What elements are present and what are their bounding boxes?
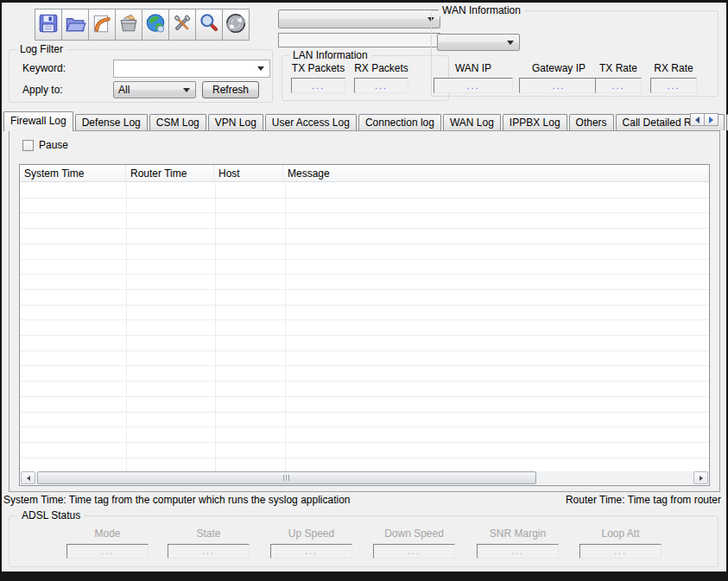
adsl-snr-margin-value: ... bbox=[511, 546, 524, 556]
adsl-mode-label: Mode bbox=[66, 527, 149, 540]
tab-ippbx-log[interactable]: IPPBX Log bbox=[503, 114, 567, 130]
log-table-body bbox=[20, 183, 709, 471]
tab-connection-log[interactable]: Connection log bbox=[358, 114, 441, 130]
save-icon bbox=[37, 12, 60, 37]
apply-to-label: Apply to: bbox=[22, 84, 63, 96]
adsl-up-speed-value: ... bbox=[305, 546, 318, 556]
tab-label: Firewall Log bbox=[10, 115, 66, 127]
tab-defense-log[interactable]: Defense Log bbox=[75, 114, 148, 130]
tx-rate-label: TX Rate bbox=[595, 62, 642, 74]
tab-label: IPPBX Log bbox=[510, 117, 560, 129]
tab-label: Connection log bbox=[365, 117, 434, 129]
scrollbar-grip-icon bbox=[283, 475, 290, 481]
tx-rate-value-box: ... bbox=[595, 78, 642, 93]
tab-user-access-log[interactable]: User Access Log bbox=[265, 114, 357, 130]
refresh-button[interactable] bbox=[222, 9, 250, 41]
wan-information-title: WAN Information bbox=[439, 4, 524, 16]
column-header-system-time[interactable]: System Time bbox=[20, 165, 126, 181]
tab-wan-log[interactable]: WAN Log bbox=[443, 114, 501, 130]
gateway-ip-label: Gateway IP bbox=[519, 62, 598, 74]
log-filter-title: Log Filter bbox=[16, 43, 66, 55]
adsl-snr-margin-label: SNR Margin bbox=[477, 527, 559, 540]
adsl-loop-att-value: ... bbox=[614, 546, 627, 556]
tab-vpn-log[interactable]: VPN Log bbox=[208, 114, 263, 130]
adsl-loop-att-value-box: ... bbox=[579, 544, 662, 559]
chevron-down-icon[interactable] bbox=[257, 66, 264, 71]
lan-information-title: LAN Information bbox=[289, 49, 371, 61]
arrow-left-icon bbox=[27, 476, 30, 481]
router-selector-combobox[interactable] bbox=[278, 9, 440, 28]
chevron-down-icon bbox=[183, 88, 190, 92]
apply-to-value: All bbox=[118, 84, 130, 96]
arrow-right-icon bbox=[709, 117, 713, 123]
rx-rate-value: ... bbox=[667, 81, 680, 91]
arrow-right-icon bbox=[700, 476, 703, 481]
scrollbar-thumb[interactable] bbox=[37, 471, 536, 484]
horizontal-scrollbar[interactable] bbox=[21, 471, 708, 484]
tab-scroll-left-button[interactable] bbox=[690, 113, 705, 126]
scroll-left-button[interactable] bbox=[21, 471, 35, 484]
adsl-mode-value-box: ... bbox=[66, 544, 149, 559]
tab-csm-log[interactable]: CSM Log bbox=[149, 114, 206, 130]
table-grid-vline bbox=[215, 183, 216, 471]
rx-rate-label: RX Rate bbox=[650, 62, 697, 74]
tab-firewall-log[interactable]: Firewall Log bbox=[3, 111, 73, 131]
router-time-hint: Router Time: Time tag from router bbox=[566, 494, 721, 506]
tx-packets-value: ... bbox=[312, 81, 325, 91]
save-button[interactable] bbox=[35, 9, 62, 41]
keyword-combobox[interactable] bbox=[113, 60, 270, 78]
arrow-left-icon bbox=[695, 117, 700, 123]
tab-label: Others bbox=[576, 117, 607, 129]
mail-report-button[interactable] bbox=[115, 9, 142, 41]
web-button[interactable] bbox=[142, 9, 169, 41]
tab-label: Defense Log bbox=[82, 117, 141, 129]
rx-rate-value-box: ... bbox=[650, 78, 697, 93]
wan-ip-value-box: ... bbox=[434, 78, 513, 93]
log-tab-strip: Firewall Log Defense Log CSM Log VPN Log… bbox=[3, 111, 728, 130]
adsl-status-group: ADSL Status Mode State Up Speed Down Spe… bbox=[9, 515, 719, 567]
log-table: System Time Router Time Host Message bbox=[19, 164, 710, 486]
keyword-label: Keyword: bbox=[22, 62, 66, 74]
adsl-state-label: State bbox=[168, 527, 250, 540]
lan-information-group: LAN Information TX Packets RX Packets ..… bbox=[282, 55, 449, 101]
wan-information-group: WAN Information WAN IP Gateway IP TX Rat… bbox=[431, 10, 719, 97]
keyword-input[interactable] bbox=[114, 60, 257, 77]
adsl-up-speed-value-box: ... bbox=[270, 544, 352, 559]
adsl-up-speed-label: Up Speed bbox=[270, 527, 352, 540]
open-folder-icon bbox=[64, 12, 86, 37]
log-filter-group: Log Filter Keyword: Apply to: All Refres… bbox=[9, 49, 273, 103]
gateway-ip-value-box: ... bbox=[519, 78, 598, 93]
tab-scroll-buttons bbox=[691, 113, 719, 126]
adsl-mode-value: ... bbox=[101, 546, 114, 556]
apply-to-combobox[interactable]: All bbox=[113, 81, 196, 98]
column-header-host[interactable]: Host bbox=[214, 165, 283, 181]
open-file-button[interactable] bbox=[61, 9, 89, 41]
table-grid-vline bbox=[285, 183, 286, 471]
column-header-router-time[interactable]: Router Time bbox=[126, 165, 214, 181]
phone-log-icon bbox=[91, 12, 113, 37]
refresh-list-button[interactable]: Refresh bbox=[202, 81, 259, 98]
call-log-button[interactable] bbox=[88, 9, 116, 41]
tx-rate-value: ... bbox=[611, 81, 624, 91]
adsl-loop-att-label: Loop Att bbox=[579, 527, 662, 540]
tab-others[interactable]: Others bbox=[569, 114, 614, 130]
column-header-message[interactable]: Message bbox=[283, 165, 709, 181]
scroll-right-button[interactable] bbox=[693, 471, 708, 484]
search-button[interactable] bbox=[195, 9, 223, 41]
router-address-field[interactable] bbox=[278, 33, 440, 47]
tx-packets-label: TX Packets bbox=[291, 62, 345, 74]
tools-icon bbox=[171, 12, 193, 37]
adsl-status-title: ADSL Status bbox=[18, 509, 84, 521]
mail-basket-icon bbox=[117, 12, 140, 37]
adsl-state-value-box: ... bbox=[168, 544, 250, 559]
settings-button[interactable] bbox=[168, 9, 196, 41]
tab-scroll-right-button[interactable] bbox=[704, 113, 719, 126]
pause-checkbox[interactable] bbox=[22, 140, 34, 151]
adsl-state-value: ... bbox=[202, 546, 215, 556]
tx-packets-value-box: ... bbox=[291, 78, 345, 93]
adsl-down-speed-value: ... bbox=[408, 546, 421, 556]
wan-selector-combobox[interactable] bbox=[437, 34, 520, 51]
table-grid-vline bbox=[126, 183, 127, 471]
tab-label: VPN Log bbox=[215, 117, 256, 129]
adsl-down-speed-value-box: ... bbox=[373, 544, 455, 559]
